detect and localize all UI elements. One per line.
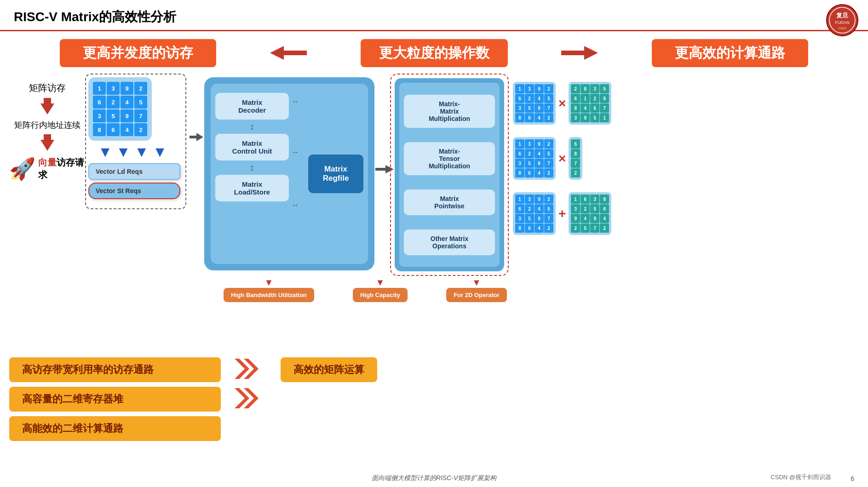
page-title: RISC-V Matrix的高效性分析 bbox=[14, 8, 176, 26]
matrix-2a: 1392 6245 3597 8642 bbox=[513, 137, 556, 180]
op2d-label-group: ▼ For 2D Operator bbox=[446, 277, 507, 302]
csdn-label: CSDN @视千剑而识器 bbox=[770, 473, 831, 481]
pipeline-to-ops-arrow bbox=[375, 165, 394, 176]
cap-label: High Capacity bbox=[353, 288, 408, 302]
matrix-to-pipeline-arrow bbox=[190, 132, 203, 143]
other-matrix-ops-box: Other MatrixOperations bbox=[404, 229, 495, 255]
center-pipeline-block: MatrixDecoder ↕ MatrixControl Unit ↕ Mat… bbox=[204, 77, 374, 270]
bottom-banners-section: 高访存带宽利用率的访存通路 高效的矩阵运算 高容量的二维寄存器堆 高能效的二维计… bbox=[9, 357, 859, 441]
matrix-load-store-box: MatrixLoad/Store bbox=[215, 175, 289, 201]
matrix-visualization: 1392 6245 3597 8642 ▼▼▼▼ Vector Ld Reqs … bbox=[88, 77, 180, 199]
bottom-labels-row: ▼ High Bandwidth Utilization ▼ High Capa… bbox=[204, 277, 526, 302]
chevron-1 bbox=[235, 359, 262, 381]
rocket-icon: 🚀 bbox=[9, 156, 35, 181]
bw-label-group: ▼ High Bandwidth Utilization bbox=[224, 277, 314, 302]
banner-right: 更高效的计算通路 bbox=[652, 39, 808, 67]
matrix-1a: 1392 6245 3597 8642 bbox=[513, 82, 556, 125]
matrix-3b: 1638 3256 9494 2572 bbox=[569, 192, 611, 235]
bw-label: High Bandwidth Utilization bbox=[224, 288, 314, 302]
svg-marker-8 bbox=[40, 134, 54, 151]
banner-b3: 高能效的二维计算通路 bbox=[9, 416, 221, 441]
banner-b1: 高访存带宽利用率的访存通路 bbox=[9, 357, 221, 382]
pipeline-left-boxes: MatrixDecoder ↕ MatrixControl Unit ↕ Mat… bbox=[215, 93, 289, 201]
regfile-arrow-2: ↔ bbox=[292, 148, 299, 156]
label-matrix-access: 矩阵访存 bbox=[9, 82, 85, 94]
bottom-row-2: 高容量的二维寄存器堆 bbox=[9, 387, 859, 412]
arrow-down-1 bbox=[9, 98, 85, 116]
matrix-regfile-box: MatrixRegfile bbox=[308, 155, 363, 193]
label-matrix-row: 矩阵行内地址连续 bbox=[9, 120, 85, 131]
vector-access-section: 🚀 向量访存请求 bbox=[9, 156, 85, 181]
svg-text:复旦: 复旦 bbox=[836, 12, 848, 19]
cap-arrow: ▼ bbox=[353, 277, 408, 288]
matrix-row-1: 1392 6245 3597 8642 × 2835 6128 8467 395… bbox=[513, 82, 611, 125]
matrix-matrix-mult-box: Matrix-MatrixMultiplication bbox=[404, 95, 495, 128]
op-symbol-3: + bbox=[558, 206, 566, 221]
op2d-label: For 2D Operator bbox=[446, 288, 507, 302]
banner-left: 更高并发度的访存 bbox=[60, 39, 216, 67]
pipeline-arrow-2: ↕ bbox=[215, 162, 289, 173]
down-arrows: ▼▼▼▼ bbox=[88, 143, 180, 160]
footer-text: 面向端侧大模型计算的RISC-V矩阵扩展架构 bbox=[372, 474, 496, 482]
vector-ld-box: Vector Ld Reqs bbox=[88, 163, 180, 180]
op2d-arrow: ▼ bbox=[446, 277, 507, 288]
pipeline-arrow-1: ↕ bbox=[215, 121, 289, 132]
matrix-2b: 5 8 7 2 bbox=[569, 137, 582, 180]
arrow-right-icon bbox=[561, 44, 598, 62]
svg-marker-9 bbox=[190, 133, 203, 141]
vector-boxes-group: Vector Ld Reqs Vector St Reqs bbox=[88, 163, 180, 199]
operations-block: Matrix-MatrixMultiplication Matrix-Tenso… bbox=[395, 78, 504, 271]
main-matrix-grid: 1392 6245 3597 8642 bbox=[93, 82, 147, 136]
svg-marker-5 bbox=[270, 46, 307, 60]
regfile-arrow-3: ↔ bbox=[292, 201, 299, 209]
op-symbol-2: × bbox=[558, 151, 566, 166]
matrix-row-2: 1392 6245 3597 8642 × 5 8 7 2 bbox=[513, 137, 582, 180]
matrix-1b: 2835 6128 8467 3951 bbox=[569, 82, 611, 125]
matrix-row-3: 1392 6245 3597 8642 + 1638 3256 9494 257… bbox=[513, 192, 611, 235]
vector-st-box: Vector St Reqs bbox=[88, 183, 180, 199]
efficient-label: 高效的矩阵运算 bbox=[281, 357, 377, 382]
svg-marker-7 bbox=[40, 98, 54, 115]
matrix-decoder-box: MatrixDecoder bbox=[215, 93, 289, 120]
matrix-control-box: MatrixControl Unit bbox=[215, 134, 289, 160]
bw-arrow: ▼ bbox=[224, 277, 314, 288]
svg-marker-6 bbox=[561, 46, 598, 60]
svg-text:1905: 1905 bbox=[838, 26, 846, 30]
bottom-row-1: 高访存带宽利用率的访存通路 高效的矩阵运算 bbox=[9, 357, 859, 382]
matrix-tensor-mult-box: Matrix-TensorMultiplication bbox=[404, 142, 495, 175]
vector-label: 向量访存请求 bbox=[38, 156, 85, 181]
arrow-down-2 bbox=[9, 134, 85, 153]
banner-center: 更大粒度的操作数 bbox=[361, 39, 508, 67]
svg-marker-10 bbox=[375, 165, 394, 173]
banner-b2: 高容量的二维寄存器堆 bbox=[9, 387, 221, 412]
chevron-2 bbox=[235, 388, 262, 410]
matrix-3a: 1392 6245 3597 8642 bbox=[513, 192, 556, 235]
university-logo: 复旦 FUDAN 1905 bbox=[826, 4, 859, 37]
left-labels: 矩阵访存 矩阵行内地址连续 🚀 向量访存请求 bbox=[9, 82, 85, 181]
svg-text:FUDAN: FUDAN bbox=[835, 20, 850, 25]
regfile-arrow-1: ↔ bbox=[292, 97, 299, 106]
page-number: 6 bbox=[851, 475, 854, 482]
arrow-left-icon bbox=[270, 44, 307, 62]
red-divider bbox=[0, 30, 868, 31]
bottom-row-3: 高能效的二维计算通路 bbox=[9, 416, 859, 441]
matrix-pointwise-box: MatrixPointwise bbox=[404, 189, 495, 215]
op-symbol-1: × bbox=[558, 96, 566, 111]
cap-label-group: ▼ High Capacity bbox=[353, 277, 408, 302]
